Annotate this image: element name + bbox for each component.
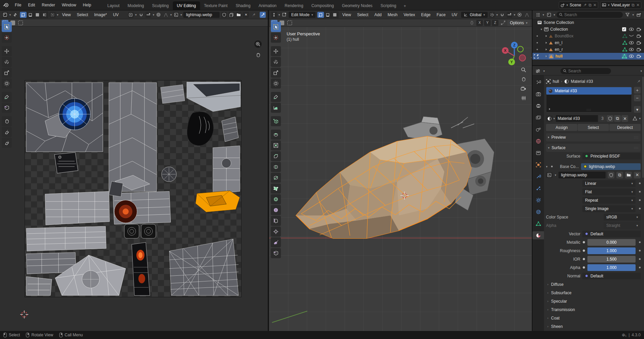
keyframe-dot[interactable] [639, 208, 641, 209]
transform-orientation-dropdown[interactable]: Global▾ [461, 12, 488, 18]
hide-eye-icon[interactable] [629, 41, 634, 44]
workspace-tab-rendering[interactable]: Rendering [281, 1, 307, 10]
menu-file[interactable]: File [11, 0, 25, 10]
tool-rip-region[interactable] [271, 248, 281, 258]
hide-eye-icon[interactable] [629, 48, 634, 51]
properties-scrollbar[interactable] [642, 77, 644, 178]
tool-transform[interactable] [271, 78, 281, 89]
expand-arrow-icon[interactable] [546, 55, 547, 57]
panel-surface[interactable]: ▾ Surface :::: [546, 144, 641, 152]
uv-tool-move[interactable] [2, 46, 12, 56]
update-automatically-toggle[interactable] [260, 12, 266, 18]
hide-eye-icon[interactable] [629, 28, 634, 31]
projection-select[interactable]: Flat▾ [582, 189, 636, 195]
eye-closed-icon[interactable] [629, 35, 634, 37]
viewport-camera-view-icon[interactable] [520, 85, 527, 92]
tool-annotate[interactable] [271, 92, 281, 102]
add-material-slot-button[interactable]: ＋ [634, 87, 641, 94]
outliner-row-collection[interactable]: ▾ Collection ✓ [533, 26, 644, 33]
uv-select-edge-button[interactable] [27, 12, 34, 18]
tool-knife[interactable] [271, 173, 281, 183]
tab-object[interactable] [533, 161, 544, 169]
new-collection-button[interactable] [635, 12, 642, 18]
disable-render-camera-icon[interactable] [637, 28, 641, 31]
expand-arrow-icon[interactable] [546, 48, 547, 50]
outliner-search-input[interactable] [564, 12, 620, 17]
properties-search[interactable] [560, 68, 611, 74]
panel-transmission[interactable]: ›Transmission [546, 305, 641, 314]
properties-editor-type-icon[interactable] [535, 68, 541, 74]
tab-scene[interactable] [533, 125, 544, 133]
select-mode-subtract-button[interactable] [286, 20, 293, 26]
mirror-z-button[interactable]: Z [492, 20, 498, 26]
workspace-tab-texture-paint[interactable]: Texture Paint [200, 1, 232, 10]
uv-select-island-button[interactable] [41, 12, 48, 18]
proportional-editing-icon[interactable] [517, 12, 523, 18]
tab-object-data[interactable] [533, 219, 544, 228]
fake-user-shield-icon[interactable] [221, 12, 227, 18]
tool-add-primitive[interactable] [271, 116, 281, 126]
tool-edge-slide[interactable] [271, 216, 281, 226]
roughness-slider[interactable]: 1.000 [587, 247, 636, 254]
uv-sticky-select-dropdown[interactable] [50, 12, 56, 18]
snap-target-dropdown[interactable] [146, 12, 152, 18]
mode-dropdown[interactable]: Edit Mode▾ [289, 12, 316, 18]
navigation-gizmo[interactable]: Z X Y [501, 41, 528, 68]
uv-image-name-field[interactable]: lightmap.webp [183, 12, 220, 18]
tool-smooth[interactable] [271, 205, 281, 215]
workspace-tab-layout[interactable]: Layout [103, 1, 124, 10]
vp-menu-edge[interactable]: Edge [419, 12, 433, 17]
viewport-toggle-perspective-icon[interactable] [520, 94, 527, 102]
filter-funnel-icon[interactable] [624, 12, 631, 18]
uv-tool-scale[interactable] [2, 68, 12, 78]
uv-menu-image[interactable]: Image* [92, 12, 109, 17]
assign-button[interactable]: Assign [546, 124, 577, 131]
vp-menu-add[interactable]: Add [372, 12, 384, 17]
tab-output[interactable] [533, 102, 544, 110]
color-space-select[interactable]: sRGB▾ [604, 214, 641, 221]
metallic-slider[interactable]: 0.000 [587, 239, 636, 246]
uv-tool-cursor[interactable] [2, 33, 12, 43]
uv-tool-grab-hand[interactable] [2, 116, 12, 126]
breadcrumb-object[interactable]: hull [553, 79, 559, 84]
tab-particles[interactable] [533, 184, 544, 192]
fake-user-shield-icon[interactable] [608, 172, 614, 178]
panel-subsurface[interactable]: ›Subsurface [546, 289, 641, 297]
panel-drag-grip[interactable]: :::: [634, 146, 639, 149]
workspace-tab-modeling[interactable]: Modeling [124, 1, 148, 10]
tab-constraints[interactable] [533, 208, 544, 216]
keyframe-dot[interactable] [639, 267, 641, 268]
uv-menu-view[interactable]: View [60, 12, 73, 17]
workspace-tab-uv-editing[interactable]: UV Editing [173, 1, 200, 10]
blender-logo-icon[interactable] [0, 3, 11, 7]
uv-pan-hand-icon[interactable] [254, 51, 262, 59]
select-button[interactable]: Select [578, 124, 609, 131]
material-slot-row[interactable]: Material #33 [546, 87, 632, 95]
tool-move[interactable] [271, 46, 281, 56]
vp-menu-view[interactable]: View [340, 12, 353, 17]
keyframe-dot[interactable] [639, 241, 641, 243]
viewlayer-selector[interactable]: ▾ ViewLayer ⧉ ✕ [600, 1, 641, 9]
options-dropdown[interactable]: Options▾ [507, 20, 530, 26]
workspace-tab-shading[interactable]: Shading [232, 1, 255, 10]
tool-cursor[interactable] [271, 33, 281, 43]
hide-eye-icon[interactable] [629, 55, 634, 58]
collection-checkbox[interactable]: ✓ [622, 27, 626, 31]
panel-preview[interactable]: Preview :::: [546, 133, 641, 141]
mirror-x-button[interactable]: X [476, 20, 483, 26]
face-select-button[interactable] [331, 12, 338, 18]
tool-loop-cut[interactable] [271, 162, 281, 172]
outliner-row-hull[interactable]: hull [533, 53, 644, 60]
new-scene-icon[interactable]: ⧉ [588, 3, 591, 7]
proportional-connected-icon[interactable] [500, 20, 506, 26]
uv-zoom-icon[interactable] [254, 40, 262, 48]
expand-arrow-icon[interactable]: ▾ [541, 28, 542, 31]
mirror-y-button[interactable]: Y [484, 20, 491, 26]
tool-tweak-select[interactable] [271, 22, 281, 32]
panel-specular[interactable]: ›Specular [546, 297, 641, 305]
unlink-material-icon[interactable]: ✕ [621, 115, 628, 122]
disable-render-camera-icon[interactable] [637, 41, 641, 45]
tab-material[interactable] [533, 231, 544, 239]
tool-bevel[interactable] [271, 151, 281, 161]
uv-menu-uv[interactable]: UV [111, 12, 121, 17]
